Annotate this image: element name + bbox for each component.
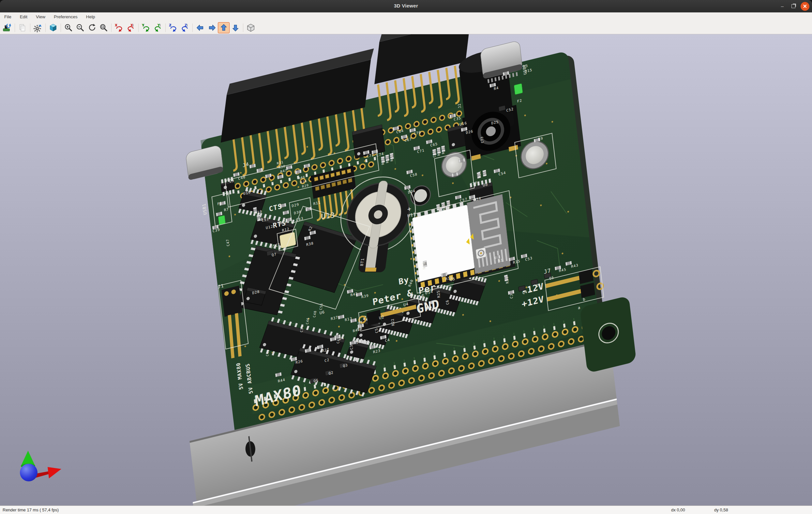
svg-text:C6: C6 [445, 299, 450, 305]
toolbar-reload-board-button[interactable] [1, 22, 13, 33]
svg-text:C36: C36 [432, 151, 436, 158]
svg-text:R35: R35 [441, 203, 446, 211]
status-bar: Render time 17 ms ( 57,4 fps) dx 0,00 dy… [0, 506, 812, 514]
toolbar-pan-left-button[interactable] [194, 22, 206, 33]
svg-text:Y: Y [142, 23, 144, 27]
menu-preferences[interactable]: Preferences [50, 12, 82, 22]
toolbar-separator [30, 24, 30, 32]
svg-text:C3: C3 [349, 344, 354, 350]
svg-text:C55: C55 [483, 169, 487, 177]
3d-viewer-window: 3D Viewer – ✕ FileEditViewPreferencesHel… [0, 0, 812, 514]
svg-text:b: b [582, 297, 586, 302]
svg-text:R21: R21 [477, 170, 482, 178]
svg-text:R32: R32 [436, 148, 441, 156]
toolbar-separator [138, 24, 139, 32]
svg-text:U13: U13 [321, 211, 335, 221]
menu-edit[interactable]: Edit [16, 12, 32, 22]
toolbar-separator [243, 24, 243, 32]
toolbar-pan-down-button[interactable] [230, 22, 241, 33]
toolbar-rotate-z-counterclockwise-button[interactable]: Z [179, 22, 191, 33]
svg-text:R22: R22 [390, 318, 395, 326]
toolbar-render-options-button[interactable] [32, 22, 44, 33]
toolbar-orthographic-view-button[interactable] [245, 22, 257, 33]
svg-text:C47: C47 [225, 239, 230, 247]
svg-text:a: a [578, 305, 581, 310]
svg-text:Z: Z [184, 23, 187, 27]
svg-text:R25: R25 [436, 290, 441, 298]
toolbar-zoom-to-fit-button[interactable] [98, 22, 110, 33]
svg-text:R17: R17 [385, 156, 389, 163]
toolbar-copy-image-button[interactable] [17, 22, 28, 33]
svg-text:R36: R36 [446, 201, 451, 209]
svg-text:R28: R28 [504, 276, 510, 284]
menu-file[interactable]: File [0, 12, 16, 22]
svg-text:C38: C38 [436, 205, 441, 213]
svg-text:R20: R20 [422, 262, 427, 270]
toolbar-rotate-y-clockwise-button[interactable]: Y [140, 22, 152, 33]
toolbar-separator [193, 24, 193, 32]
toolbar-rotate-x-clockwise-button[interactable]: X [113, 22, 125, 33]
toolbar-separator [111, 24, 112, 32]
toolbar-rotate-z-clockwise-button[interactable]: Z [167, 22, 179, 33]
toolbar-pan-up-button[interactable] [218, 22, 230, 33]
toolbar-zoom-in-button[interactable] [63, 22, 74, 33]
svg-text:R18: R18 [381, 158, 385, 165]
restore-button[interactable] [789, 2, 798, 10]
svg-text:C73: C73 [480, 136, 484, 143]
svg-text:+: + [407, 205, 412, 213]
z-axis-sphere [20, 464, 37, 481]
toolbar-rotate-y-counterclockwise-button[interactable]: Y [152, 22, 164, 33]
svg-text:C7: C7 [510, 293, 514, 298]
toolbar-render-current-view-button[interactable] [47, 22, 59, 33]
toolbar-rotate-x-counterclockwise-button[interactable]: X [125, 22, 137, 33]
toolbar-separator [165, 24, 166, 32]
toolbar: XXYYZZ [0, 22, 812, 34]
svg-text:R33: R33 [441, 147, 445, 154]
svg-text:X: X [130, 23, 133, 27]
window-title: 3D Viewer [0, 3, 812, 8]
menu-help[interactable]: Help [82, 12, 99, 22]
render-time-status: Render time 17 ms ( 57,4 fps) [3, 508, 59, 512]
minimize-button[interactable]: – [778, 2, 787, 10]
title-bar[interactable]: 3D Viewer – ✕ [0, 0, 812, 12]
svg-text:R16: R16 [389, 154, 394, 162]
toolbar-separator [61, 24, 61, 32]
svg-text:Y: Y [157, 23, 160, 27]
svg-text:C5: C5 [374, 328, 379, 333]
menu-view[interactable]: View [32, 12, 50, 22]
svg-text:X: X [115, 23, 117, 27]
dy-readout: dy 0,58 [714, 508, 728, 512]
toolbar-redraw-button[interactable] [86, 22, 98, 33]
svg-text:Z: Z [169, 23, 171, 27]
svg-text:J2: J2 [457, 103, 462, 109]
3d-viewport[interactable]: MAX80ByPeter & PerJ6GNDJ7-12V+12V5V MAX8… [0, 34, 812, 506]
dx-readout: dx 0,00 [671, 508, 685, 512]
close-button[interactable]: ✕ [801, 2, 809, 11]
mounting-tab [580, 296, 637, 373]
toolbar-separator [45, 24, 46, 32]
toolbar-zoom-out-button[interactable] [74, 22, 86, 33]
toolbar-pan-right-button[interactable] [206, 22, 218, 33]
menu-bar: FileEditViewPreferencesHelp [0, 12, 812, 22]
